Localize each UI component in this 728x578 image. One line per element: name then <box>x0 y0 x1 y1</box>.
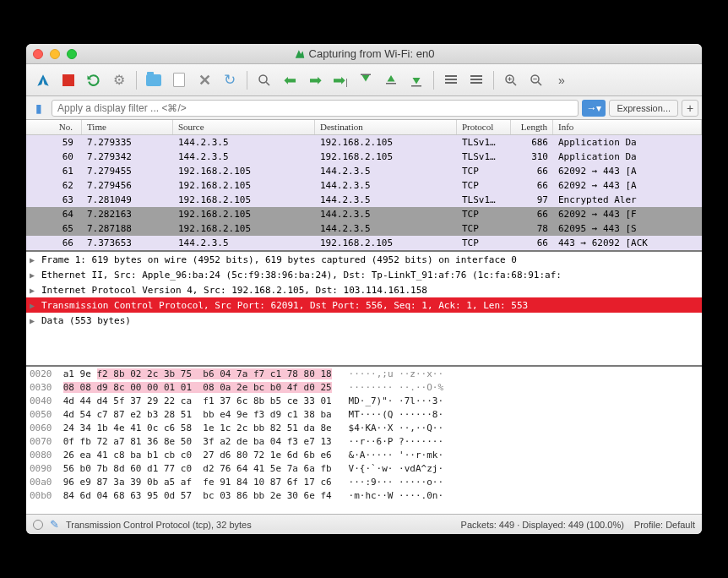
packet-row[interactable]: 607.279342144.2.3.5192.168.2.105TLSv1…31… <box>26 150 702 164</box>
hex-row[interactable]: 0070 0f fb 72 a7 81 36 8e 50 3f a2 de ba… <box>30 436 698 450</box>
packet-row[interactable]: 647.282163192.168.2.105144.2.3.5TCP66620… <box>26 207 702 221</box>
save-file-button[interactable] <box>167 68 191 92</box>
col-header-destination[interactable]: Destination <box>315 120 457 134</box>
svg-rect-3 <box>386 83 396 85</box>
col-header-info[interactable]: Info <box>553 120 702 134</box>
jump-packet-button[interactable]: ➡| <box>329 68 352 92</box>
svg-rect-7 <box>445 82 457 84</box>
svg-line-12 <box>513 82 516 85</box>
status-profile[interactable]: Profile: Default <box>634 520 695 530</box>
packet-row[interactable]: 617.279455192.168.2.105144.2.3.5TCP66620… <box>26 164 702 178</box>
bookmark-icon[interactable]: ▮ <box>30 99 48 117</box>
restart-capture-button[interactable] <box>82 68 106 92</box>
detail-tree-item[interactable]: ▶Data (553 bytes) <box>26 313 702 328</box>
window-title: Capturing from Wi-Fi: en0 <box>26 47 702 60</box>
svg-rect-9 <box>470 79 482 80</box>
close-button[interactable] <box>33 49 43 59</box>
open-file-button[interactable] <box>142 68 166 92</box>
packet-row[interactable]: 657.287188192.168.2.105144.2.3.5TCP78620… <box>26 221 702 236</box>
detail-tree-item[interactable]: ▶Internet Protocol Version 4, Src: 192.1… <box>26 282 702 297</box>
hex-row[interactable]: 00b0 84 6d 04 68 63 95 0d 57 bc 03 86 bb… <box>30 490 698 504</box>
capture-options-button[interactable]: ⚙ <box>107 68 131 92</box>
col-header-protocol[interactable]: Protocol <box>457 120 511 134</box>
packet-list-pane[interactable]: No. Time Source Destination Protocol Len… <box>26 120 702 252</box>
packet-row[interactable]: 637.281049192.168.2.105144.2.3.5TLSv1…97… <box>26 193 702 207</box>
packet-header-row[interactable]: No. Time Source Destination Protocol Len… <box>26 120 702 135</box>
filter-bar: ▮ →▾ Expression... + <box>26 96 702 120</box>
svg-rect-10 <box>470 82 482 84</box>
packet-row[interactable]: 597.279335144.2.3.5192.168.2.105TLSv1…68… <box>26 135 702 150</box>
traffic-lights <box>33 49 77 59</box>
svg-line-1 <box>266 82 269 85</box>
col-header-length[interactable]: Length <box>511 120 553 134</box>
hex-row[interactable]: 0050 4d 54 c7 87 e2 b3 28 51 bb e4 9e f3… <box>30 409 698 423</box>
col-header-time[interactable]: Time <box>82 120 173 134</box>
detail-tree-item[interactable]: ▶Frame 1: 619 bytes on wire (4952 bits),… <box>26 252 702 267</box>
apply-filter-button[interactable]: →▾ <box>582 100 606 117</box>
detail-tree-item[interactable]: ▶Transmission Control Protocol, Src Port… <box>26 297 702 313</box>
find-button[interactable] <box>253 68 276 92</box>
minimize-button[interactable] <box>50 49 60 59</box>
svg-rect-6 <box>445 79 457 80</box>
svg-rect-5 <box>445 75 457 77</box>
display-filter-input[interactable] <box>52 100 579 117</box>
svg-line-16 <box>538 82 541 85</box>
status-bar: ✎ Transmission Control Protocol (tcp), 3… <box>26 514 702 534</box>
packet-details-pane[interactable]: ▶Frame 1: 619 bytes on wire (4952 bits),… <box>26 252 702 367</box>
detail-tree-item[interactable]: ▶Ethernet II, Src: Apple_96:ba:24 (5c:f9… <box>26 267 702 282</box>
shark-fin-button[interactable] <box>31 68 55 92</box>
hex-row[interactable]: 0020 a1 9e f2 8b 02 2c 3b 75 b6 04 7a f7… <box>30 368 698 382</box>
last-packet-button[interactable] <box>379 68 403 92</box>
packet-bytes-pane[interactable]: 0020 a1 9e f2 8b 02 2c 3b 75 b6 04 7a f7… <box>26 367 702 514</box>
edit-icon[interactable]: ✎ <box>50 518 59 531</box>
resize-columns-button[interactable] <box>465 68 488 92</box>
next-packet-button[interactable]: ➡ <box>303 68 327 92</box>
hex-row[interactable]: 0060 24 34 1b 4e 41 0c c6 58 1e 1c 2c bb… <box>30 423 698 436</box>
app-window: Capturing from Wi-Fi: en0 ⚙ ✕ ↻ ⬅ ➡ ➡| »… <box>26 44 702 534</box>
zoom-in-button[interactable] <box>499 68 523 92</box>
expert-info-icon[interactable] <box>33 520 43 530</box>
main-toolbar: ⚙ ✕ ↻ ⬅ ➡ ➡| » <box>26 64 702 96</box>
packet-row[interactable]: 627.279456192.168.2.105144.2.3.5TCP66620… <box>26 178 702 193</box>
zoom-out-button[interactable] <box>524 68 548 92</box>
col-header-no[interactable]: No. <box>26 120 82 134</box>
svg-rect-4 <box>411 85 421 87</box>
hex-row[interactable]: 0030 08 08 d9 8c 00 00 01 01 08 0a 2e bc… <box>30 382 698 395</box>
expression-button[interactable]: Expression... <box>609 100 678 117</box>
hex-row[interactable]: 0040 4d 44 d4 5f 37 29 22 ca f1 37 6c 8b… <box>30 395 698 409</box>
colorize-button[interactable] <box>439 68 463 92</box>
hex-row[interactable]: 00a0 96 e9 87 3a 39 0b a5 af fe 91 84 10… <box>30 477 698 490</box>
status-packets: Packets: 449 · Displayed: 449 (100.0%) <box>461 520 624 530</box>
close-file-button[interactable]: ✕ <box>193 68 216 92</box>
packet-row[interactable]: 667.373653144.2.3.5192.168.2.105TCP66443… <box>26 236 702 250</box>
status-detail: Transmission Control Protocol (tcp), 32 … <box>66 520 252 530</box>
reload-file-button[interactable]: ↻ <box>218 68 242 92</box>
col-header-source[interactable]: Source <box>173 120 315 134</box>
auto-scroll-button[interactable] <box>405 68 428 92</box>
titlebar: Capturing from Wi-Fi: en0 <box>26 44 702 64</box>
add-filter-button[interactable]: + <box>682 100 698 117</box>
prev-packet-button[interactable]: ⬅ <box>278 68 302 92</box>
svg-rect-8 <box>470 75 482 77</box>
svg-point-0 <box>259 75 267 83</box>
app-icon <box>294 48 306 60</box>
hex-row[interactable]: 0080 26 ea 41 c8 ba b1 cb c0 27 d6 80 72… <box>30 450 698 463</box>
svg-rect-2 <box>361 74 371 75</box>
first-packet-button[interactable] <box>354 68 378 92</box>
stop-capture-button[interactable] <box>57 68 80 92</box>
toolbar-overflow-button[interactable]: » <box>550 68 573 92</box>
maximize-button[interactable] <box>67 49 77 59</box>
hex-row[interactable]: 0090 56 b0 7b 8d 60 d1 77 c0 d2 76 64 41… <box>30 463 698 477</box>
